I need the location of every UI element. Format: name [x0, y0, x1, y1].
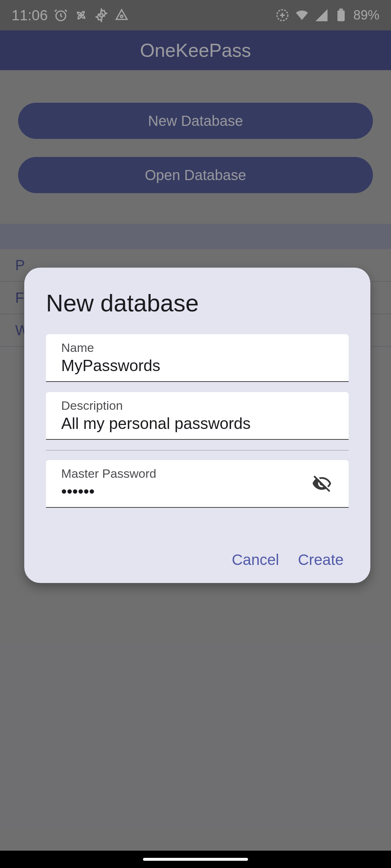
- toggle-password-visibility-button[interactable]: [310, 472, 333, 495]
- navigation-bar: [0, 851, 391, 868]
- description-field[interactable]: Description All my personal passwords: [46, 392, 349, 440]
- home-indicator[interactable]: [143, 858, 248, 861]
- divider: [46, 450, 349, 451]
- new-database-dialog: New database Name MyPasswords Descriptio…: [24, 268, 370, 583]
- description-input[interactable]: All my personal passwords: [61, 413, 333, 433]
- master-password-input[interactable]: ••••••: [61, 481, 310, 501]
- cancel-button[interactable]: Cancel: [232, 551, 279, 569]
- dialog-actions: Cancel Create: [46, 551, 349, 569]
- master-password-field[interactable]: Master Password ••••••: [46, 460, 349, 508]
- name-field[interactable]: Name MyPasswords: [46, 334, 349, 382]
- name-input[interactable]: MyPasswords: [61, 356, 333, 375]
- create-button[interactable]: Create: [298, 551, 344, 569]
- eye-off-icon: [312, 474, 332, 494]
- description-label: Description: [61, 399, 333, 413]
- master-password-label: Master Password: [61, 467, 310, 481]
- name-label: Name: [61, 341, 333, 355]
- dialog-title: New database: [46, 289, 349, 317]
